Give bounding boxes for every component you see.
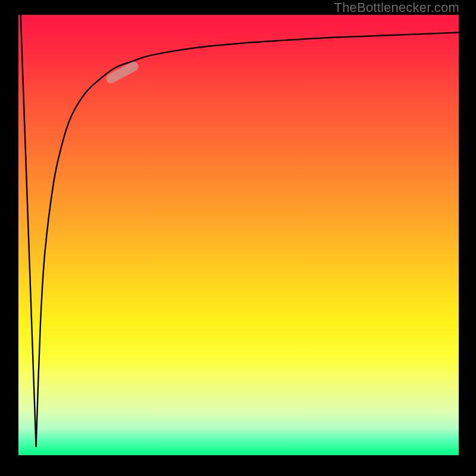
watermark-text: TheBottlenecker.com xyxy=(334,0,459,15)
gradient-plot-background xyxy=(18,15,459,455)
chart-container: TheBottlenecker.com xyxy=(0,0,476,476)
